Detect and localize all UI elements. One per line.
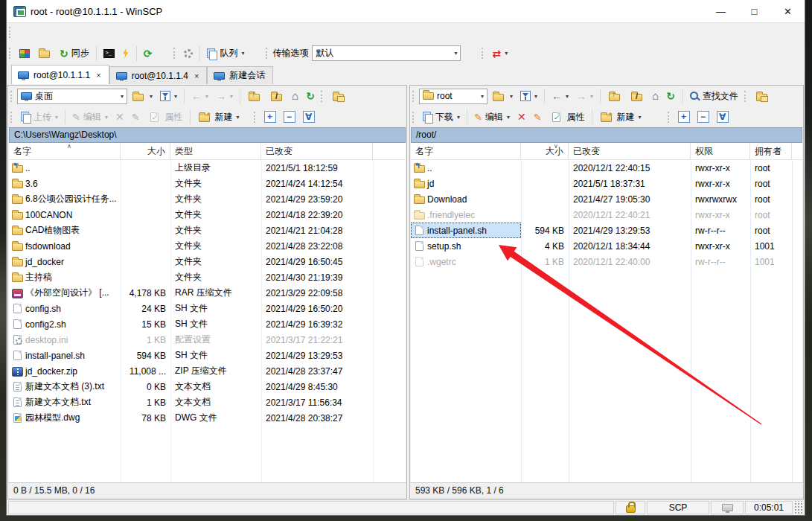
local-symlink-button[interactable] (327, 89, 350, 103)
transfer-settings-button[interactable]: ⇄▾ (488, 46, 511, 61)
toolbar-grip[interactable] (482, 48, 485, 59)
remote-invert-selection-button[interactable]: ∀ (713, 109, 732, 125)
column-header-type[interactable]: 类型 (170, 143, 261, 159)
file-row[interactable]: 100CANON 文件夹 2021/4/18 22:39:20 (9, 207, 406, 223)
file-row[interactable]: .wgetrc 1 KB 2020/12/1 22:40:00 rw-r--r-… (411, 254, 802, 269)
file-row[interactable]: .. 2020/12/1 22:40:15 rwxr-xr-x root (411, 160, 802, 176)
column-header-size[interactable]: 大小 (121, 143, 170, 159)
menu-item[interactable] (69, 30, 83, 36)
remote-path-bar[interactable]: /root/ (411, 127, 802, 143)
remote-select-button[interactable]: + (674, 109, 694, 125)
find-files-button[interactable]: 查找文件 (685, 88, 742, 105)
remote-symlink-button[interactable] (751, 89, 773, 103)
resize-grip[interactable] (794, 501, 803, 514)
refresh-session-button[interactable]: ⟳ (140, 46, 156, 61)
file-row[interactable]: config2.sh 15 KB SH 文件 2021/4/29 16:39:3… (9, 316, 406, 332)
remote-refresh-button[interactable]: ↻ (662, 89, 679, 103)
open-terminal-button[interactable] (100, 47, 118, 60)
tab-new-session[interactable]: 新建会话 (207, 66, 273, 84)
local-root-directory-button[interactable] (266, 89, 288, 103)
column-header-changed[interactable]: 已改变 (261, 143, 373, 159)
file-row[interactable]: desktop.ini 1 KB 配置设置 2021/3/17 21:22:21 (9, 332, 406, 348)
open-console-button[interactable] (118, 46, 133, 61)
download-button[interactable]: 下载▾ (419, 109, 464, 126)
file-row[interactable]: fsdownload 文件夹 2021/4/28 23:22:08 (9, 238, 406, 254)
security-cell[interactable] (616, 501, 645, 514)
remote-home-button[interactable]: ⌂ (648, 89, 662, 103)
local-forward-button[interactable]: →▾ (212, 89, 237, 103)
local-delete-button[interactable]: ✕ (112, 109, 128, 124)
local-open-directory-button[interactable]: ▾ (127, 89, 156, 103)
remote-delete-button[interactable]: ✕ (514, 109, 530, 124)
toolbar-grip[interactable] (744, 91, 748, 102)
tab-session-2[interactable]: root@10.1.1.4 × (109, 66, 208, 84)
file-row[interactable]: .. 上级目录 2021/5/1 18:12:59 (9, 160, 406, 176)
upload-button[interactable]: 上传▾ (17, 109, 62, 126)
file-row[interactable]: 园林模型.dwg 78 KB DWG 文件 2021/4/28 20:38:27 (9, 410, 406, 426)
local-invert-selection-button[interactable]: ∀ (299, 109, 319, 125)
column-header-perms[interactable]: 权限 (691, 143, 750, 159)
file-row[interactable]: install-panel.sh 594 KB 2021/4/29 13:29:… (411, 223, 802, 238)
file-row[interactable]: jd 2021/5/1 18:37:31 rwxr-xr-x root (411, 176, 802, 191)
local-select-button[interactable]: + (260, 109, 280, 125)
tab-close-icon[interactable]: × (96, 71, 100, 80)
local-new-button[interactable]: 新建▾ (194, 109, 243, 126)
tab-close-icon[interactable]: × (194, 71, 199, 80)
toolbar-grip[interactable] (10, 112, 14, 123)
close-button[interactable]: ✕ (771, 0, 805, 22)
column-header-changed[interactable]: 已改变 (569, 143, 691, 159)
menu-grip[interactable] (9, 27, 13, 38)
toolbar-grip[interactable] (668, 112, 671, 123)
file-row[interactable]: install-panel.sh 594 KB SH 文件 2021/4/29 … (9, 348, 406, 363)
tab-session-1[interactable]: root@10.1.1.1 × (11, 65, 109, 84)
preferences-button[interactable] (180, 47, 196, 60)
column-header-name[interactable]: 名字 (9, 143, 121, 159)
swap-panels-button[interactable] (33, 46, 56, 60)
file-row[interactable]: .friendlyelec 2020/12/1 22:40:21 rwxr-xr… (411, 207, 802, 223)
menu-item[interactable] (96, 30, 109, 36)
toolbar-grip[interactable] (9, 48, 13, 59)
remote-directory-select[interactable]: root ▾ (419, 89, 487, 104)
local-rename-button[interactable]: ✎ (128, 110, 144, 124)
file-row[interactable]: 新建文本文档 (3).txt 0 KB 文本文档 2021/4/29 8:45:… (9, 379, 406, 394)
local-refresh-button[interactable]: ↻ (302, 89, 319, 103)
toolbar-grip[interactable] (254, 112, 258, 123)
menu-item[interactable] (109, 30, 123, 36)
maximize-button[interactable]: □ (738, 0, 771, 22)
local-properties-button[interactable]: ✓属性 (144, 109, 187, 126)
file-row[interactable]: CAD植物图表 文件夹 2021/4/21 21:04:28 (9, 223, 406, 238)
file-row[interactable]: Download 2021/4/27 19:05:30 rwxrwxrwx ro… (411, 191, 802, 207)
local-filter-button[interactable]: ▾ (156, 89, 181, 103)
toolbar-grip[interactable] (412, 91, 416, 102)
compare-directories-button[interactable] (16, 47, 33, 60)
file-row[interactable]: config.sh 24 KB SH 文件 2021/4/29 16:50:20 (9, 301, 406, 316)
column-header-name[interactable]: 名字 (411, 143, 521, 159)
file-row[interactable]: jd_docker 文件夹 2021/4/29 16:50:45 (9, 254, 406, 269)
menu-item[interactable] (83, 30, 96, 36)
remote-edit-button[interactable]: ✎编辑▾ (470, 109, 514, 126)
queue-button[interactable]: 队列▾ (203, 45, 248, 62)
remote-rename-button[interactable]: ✎ (530, 110, 546, 124)
remote-parent-directory-button[interactable] (604, 89, 626, 103)
file-row[interactable]: 新建文本文档.txt 1 KB 文本文档 2021/3/17 11:56:34 (9, 394, 406, 410)
local-path-bar[interactable]: C:\Users\Wangz\Desktop\ (9, 127, 406, 143)
remote-back-button[interactable]: ←▾ (548, 89, 572, 103)
file-row[interactable]: 3.6 文件夹 2021/4/24 14:12:54 (9, 176, 406, 191)
remote-properties-button[interactable]: ✓属性 (546, 109, 589, 126)
synchronize-button[interactable]: ↻同步 (56, 45, 93, 62)
toolbar-grip[interactable] (321, 91, 325, 102)
toolbar-grip[interactable] (10, 91, 14, 102)
file-row[interactable]: jd_docker.zip 11,008 ... ZIP 压缩文件 2021/4… (9, 363, 406, 379)
protocol-cell[interactable]: SCP (647, 501, 709, 514)
toolbar-grip[interactable] (173, 48, 177, 59)
local-home-button[interactable]: ⌂ (288, 89, 302, 103)
local-edit-button[interactable]: ✎编辑▾ (68, 109, 112, 126)
remote-filter-button[interactable]: ▾ (517, 89, 541, 103)
menu-item[interactable] (16, 30, 29, 36)
column-header-size[interactable]: 大小 (521, 143, 569, 159)
local-unselect-button[interactable]: − (280, 109, 299, 125)
remote-new-button[interactable]: 新建▾ (595, 109, 645, 126)
file-row[interactable]: 6.8公顷公园设计任务... 文件夹 2021/4/29 23:59:20 (9, 191, 406, 207)
remote-unselect-button[interactable]: − (694, 109, 713, 125)
transfer-preset-select[interactable]: 默认 ▾ (312, 45, 461, 61)
